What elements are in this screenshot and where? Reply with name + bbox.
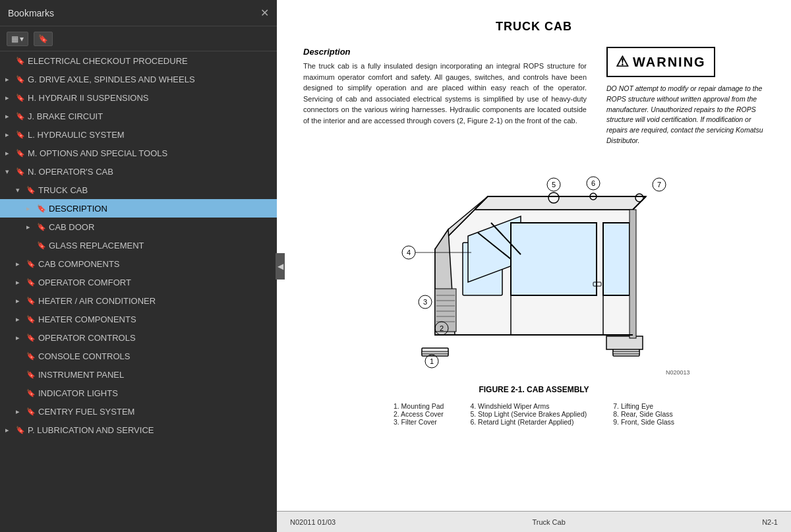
bookmark-icon-operator-comfort: 🔖 bbox=[26, 278, 36, 287]
description-text: The truck cab is a fully insulated desig… bbox=[303, 61, 587, 126]
legend-item-3: 3. Filter Cover bbox=[394, 418, 444, 426]
view-options-button[interactable]: ▦ ▾ bbox=[7, 32, 28, 46]
arrow-icon-l-hydraulic bbox=[5, 131, 15, 139]
bookmark-item-h-hydrair[interactable]: 🔖H. HYDRAIR II SUSPENSIONS bbox=[0, 88, 277, 107]
legend-column-3: 7. Lifting Eye 8. Rear, Side Glass 9. Fr… bbox=[613, 402, 674, 426]
arrow-icon-n-operator bbox=[5, 167, 15, 176]
bookmark-label-h-hydrair: H. HYDRAIR II SUSPENSIONS bbox=[28, 93, 148, 103]
warning-column: ⚠ WARNING DO NOT attempt to modify or re… bbox=[606, 47, 765, 146]
bookmark-icon-truck-cab: 🔖 bbox=[26, 186, 36, 194]
bookmark-label-n-operator: N. OPERATOR'S CAB bbox=[28, 167, 113, 177]
page-body: TRUCK CAB Description The truck cab is a… bbox=[277, 0, 791, 511]
svg-rect-13 bbox=[511, 223, 597, 295]
footer-center: Truck Cab bbox=[532, 518, 565, 526]
bookmark-item-p-lubrication[interactable]: 🔖P. LUBRICATION AND SERVICE bbox=[0, 421, 277, 439]
bookmark-label-heater-ac: HEATER / AIR CONDITIONER bbox=[38, 296, 156, 306]
bookmark-label-cab-door: CAB DOOR bbox=[49, 222, 94, 232]
arrow-icon-j-brake bbox=[5, 112, 15, 121]
bookmark-item-electrical[interactable]: 🔖ELECTRICAL CHECKOUT PROCEDURE bbox=[0, 51, 277, 70]
bookmark-item-glass-replacement[interactable]: 🔖GLASS REPLACEMENT bbox=[0, 236, 277, 254]
svg-text:3: 3 bbox=[423, 298, 427, 306]
arrow-icon-cab-door bbox=[26, 223, 36, 231]
bookmark-label-instrument-panel: INSTRUMENT PANEL bbox=[38, 370, 124, 380]
svg-rect-14 bbox=[603, 223, 630, 295]
bookmark-icon-j-brake: 🔖 bbox=[16, 112, 25, 121]
footer-left: N02011 01/03 bbox=[290, 518, 336, 526]
legend-column-2: 4. Windshield Wiper Arms 5. Stop Light (… bbox=[470, 402, 587, 426]
bookmark-icon-console-controls: 🔖 bbox=[26, 352, 36, 361]
bookmark-label-m-options: M. OPTIONS AND SPECIAL TOOLS bbox=[28, 148, 167, 158]
arrow-icon-heater-components bbox=[16, 315, 25, 324]
svg-text:2: 2 bbox=[440, 324, 444, 332]
bookmark-icon-p-lubrication: 🔖 bbox=[16, 426, 25, 434]
bookmark-list[interactable]: 🔖ELECTRICAL CHECKOUT PROCEDURE🔖G. DRIVE … bbox=[0, 51, 277, 532]
bookmark-icon-l-hydraulic: 🔖 bbox=[16, 131, 25, 139]
warning-description: DO NOT attempt to modify or repair damag… bbox=[606, 84, 765, 146]
arrow-icon-m-options bbox=[5, 149, 15, 158]
bookmark-item-instrument-panel[interactable]: 🔖INSTRUMENT PANEL bbox=[0, 365, 277, 384]
bookmark-item-console-controls[interactable]: 🔖CONSOLE CONTROLS bbox=[0, 347, 277, 365]
bookmark-item-centry-fuel[interactable]: 🔖CENTRY FUEL SYSTEM bbox=[0, 402, 277, 421]
bookmark-label-truck-cab: TRUCK CAB bbox=[38, 185, 88, 195]
bookmark-item-indicator-lights[interactable]: 🔖INDICATOR LIGHTS bbox=[0, 384, 277, 402]
figure-caption: FIGURE 2-1. CAB ASSEMBLY bbox=[479, 385, 589, 394]
arrow-icon-g-drive bbox=[5, 75, 15, 84]
description-column: Description The truck cab is a fully ins… bbox=[303, 47, 587, 146]
footer-right: N2-1 bbox=[762, 518, 778, 526]
warning-box: ⚠ WARNING bbox=[606, 47, 715, 77]
bookmark-item-operator-controls[interactable]: 🔖OPERATOR CONTROLS bbox=[0, 328, 277, 347]
page-footer: N02011 01/03 Truck Cab N2-1 bbox=[277, 511, 791, 532]
bookmark-label-heater-components: HEATER COMPONENTS bbox=[38, 314, 136, 324]
bookmark-label-centry-fuel: CENTRY FUEL SYSTEM bbox=[38, 407, 134, 417]
svg-text:6: 6 bbox=[591, 179, 595, 187]
bookmark-item-operator-comfort[interactable]: 🔖OPERATOR COMFORT bbox=[0, 273, 277, 291]
page-title: TRUCK CAB bbox=[303, 20, 765, 34]
bookmark-icon-g-drive: 🔖 bbox=[16, 75, 25, 84]
bookmark-label-cab-components: CAB COMPONENTS bbox=[38, 259, 120, 269]
bookmark-label-description: DESCRIPTION bbox=[49, 204, 107, 214]
bookmark-icon-electrical: 🔖 bbox=[16, 57, 25, 65]
bookmark-item-n-operator[interactable]: 🔖N. OPERATOR'S CAB bbox=[0, 162, 277, 181]
arrow-icon-heater-ac bbox=[16, 297, 25, 305]
figure-area: 1 2 3 4 5 6 7 N02 bbox=[303, 157, 765, 426]
legend-item-9: 9. Front, Side Glass bbox=[613, 418, 674, 426]
bookmark-icon-n-operator: 🔖 bbox=[16, 167, 25, 176]
legend-item-1: 1. Mounting Pad bbox=[394, 402, 444, 410]
warning-label: WARNING bbox=[633, 55, 706, 70]
sidebar-collapse-button[interactable]: ◀ bbox=[276, 253, 285, 280]
bookmark-icon-h-hydrair: 🔖 bbox=[16, 94, 25, 102]
svg-point-20 bbox=[548, 192, 559, 203]
bookmark-label-operator-controls: OPERATOR CONTROLS bbox=[38, 333, 136, 343]
legend-item-4: 4. Windshield Wiper Arms bbox=[470, 402, 587, 410]
bookmark-item-description[interactable]: 🔖DESCRIPTION bbox=[0, 199, 277, 218]
bookmark-item-j-brake[interactable]: 🔖J. BRAKE CIRCUIT bbox=[0, 107, 277, 125]
bookmark-item-l-hydraulic[interactable]: 🔖L. HYDRAULIC SYSTEM bbox=[0, 125, 277, 144]
grid-icon: ▦ bbox=[11, 34, 18, 44]
bookmark-icon-centry-fuel: 🔖 bbox=[26, 407, 36, 416]
bookmark-icon-description: 🔖 bbox=[37, 204, 46, 213]
bookmark-icon-indicator-lights: 🔖 bbox=[26, 389, 36, 398]
legend-item-2: 2. Access Cover bbox=[394, 410, 444, 418]
bookmark-item-m-options[interactable]: 🔖M. OPTIONS AND SPECIAL TOOLS bbox=[0, 144, 277, 162]
bookmark-item-truck-cab[interactable]: 🔖TRUCK CAB bbox=[0, 181, 277, 199]
svg-rect-26 bbox=[630, 210, 636, 338]
bookmark-item-g-drive[interactable]: 🔖G. DRIVE AXLE, SPINDLES AND WHEELS bbox=[0, 70, 277, 88]
bookmark-icon: 🔖 bbox=[38, 34, 48, 44]
bookmark-view-button[interactable]: 🔖 bbox=[34, 32, 53, 46]
bookmark-item-cab-door[interactable]: 🔖CAB DOOR bbox=[0, 218, 277, 236]
bookmark-icon-cab-door: 🔖 bbox=[37, 223, 46, 231]
arrow-icon-description bbox=[26, 204, 36, 213]
arrow-icon-operator-controls bbox=[16, 334, 25, 342]
bookmark-item-cab-components[interactable]: 🔖CAB COMPONENTS bbox=[0, 254, 277, 273]
svg-rect-4 bbox=[606, 336, 643, 349]
bookmark-item-heater-ac[interactable]: 🔖HEATER / AIR CONDITIONER bbox=[0, 291, 277, 310]
bookmark-icon-operator-controls: 🔖 bbox=[26, 334, 36, 342]
svg-text:1: 1 bbox=[430, 357, 434, 365]
svg-rect-2 bbox=[422, 351, 448, 354]
arrow-icon-centry-fuel bbox=[16, 407, 25, 416]
bookmark-item-heater-components[interactable]: 🔖HEATER COMPONENTS bbox=[0, 310, 277, 328]
bookmark-label-console-controls: CONSOLE CONTROLS bbox=[38, 351, 130, 361]
close-icon[interactable]: ✕ bbox=[260, 7, 269, 19]
warning-triangle-icon: ⚠ bbox=[616, 53, 629, 71]
arrow-icon-truck-cab bbox=[16, 186, 25, 194]
